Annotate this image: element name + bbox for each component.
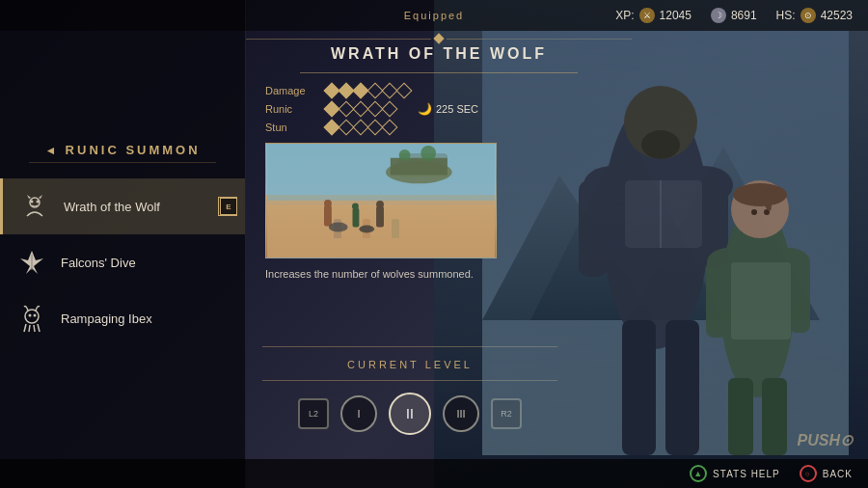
stats-help-label: STATS HELP xyxy=(713,469,780,479)
wolf-item-name: Wrath of the Wolf xyxy=(64,200,160,214)
falcon-item-name: Falcons' Dive xyxy=(61,256,136,270)
damage-stat-row: Damage xyxy=(265,85,612,96)
svg-point-6 xyxy=(641,130,680,159)
ability-title: WRATH OF THE WOLF xyxy=(265,45,612,63)
runic-label: Runic xyxy=(265,103,318,115)
xp-label: XP: xyxy=(615,9,634,22)
stun-label: Stun xyxy=(265,122,318,133)
stun-diamond-5 xyxy=(382,120,398,136)
silver-value: 8691 xyxy=(731,9,757,22)
hs-stat: HS: ⊙ 42523 xyxy=(776,8,853,23)
back-label: BACK xyxy=(823,469,853,479)
svg-point-49 xyxy=(376,201,384,208)
svg-rect-20 xyxy=(706,260,727,338)
svg-point-30 xyxy=(37,201,40,203)
stats-help-action[interactable]: ▲ STATS HELP xyxy=(690,465,780,482)
main-content: WRATH OF THE WOLF Damage Runic xyxy=(246,31,632,488)
ability-preview-image xyxy=(265,143,497,258)
cooldown-value: 225 SEC xyxy=(436,103,478,115)
bottom-bar: ▲ STATS HELP ○ BACK xyxy=(0,459,868,488)
svg-line-33 xyxy=(29,325,30,332)
hs-label: HS: xyxy=(776,9,796,22)
svg-rect-22 xyxy=(728,378,753,455)
svg-point-29 xyxy=(31,201,34,203)
stun-stat-row: Stun xyxy=(265,122,612,133)
svg-line-32 xyxy=(24,324,26,332)
svg-rect-46 xyxy=(353,208,360,228)
damage-diamond-6 xyxy=(396,83,413,99)
svg-line-35 xyxy=(38,324,40,332)
svg-rect-13 xyxy=(625,180,702,248)
hs-icon: ⊙ xyxy=(800,8,816,23)
equipped-badge: E xyxy=(220,198,237,215)
svg-point-17 xyxy=(733,183,787,206)
sidebar-item-falcon[interactable]: Falcons' Dive xyxy=(0,234,245,290)
stats-section: Damage Runic 🌙 225 SEC xyxy=(265,85,612,133)
wolf-icon xyxy=(17,189,52,224)
svg-rect-38 xyxy=(267,144,495,205)
circle-button: ○ xyxy=(800,465,817,482)
sidebar-items: Wrath of the Wolf E Falcons' Dive xyxy=(0,178,245,346)
hs-value: 42523 xyxy=(821,9,853,22)
svg-point-42 xyxy=(399,149,411,161)
xp-stat: XP: ⚔ 12045 xyxy=(615,8,692,23)
sidebar-arrow: ◄ xyxy=(44,144,65,157)
ability-description: Increases the number of wolves summoned. xyxy=(265,266,612,283)
sidebar-item-ibex[interactable]: Rampaging Ibex xyxy=(0,290,245,346)
svg-rect-24 xyxy=(731,262,791,339)
svg-rect-21 xyxy=(789,260,810,333)
xp-value: 12045 xyxy=(660,9,692,22)
svg-point-51 xyxy=(359,226,374,233)
title-divider xyxy=(300,72,578,73)
svg-point-45 xyxy=(324,200,332,207)
back-action[interactable]: ○ BACK xyxy=(800,465,853,482)
push-logo: PUSH⊙ xyxy=(798,431,853,449)
sidebar-divider xyxy=(29,162,216,163)
svg-point-50 xyxy=(329,223,348,232)
ibex-item-name: Rampaging Ibex xyxy=(61,312,152,326)
svg-point-43 xyxy=(420,146,436,161)
runic-stat-row: Runic 🌙 225 SEC xyxy=(265,102,612,116)
svg-rect-23 xyxy=(762,378,787,455)
silver-icon: ☽ xyxy=(711,8,726,23)
svg-point-37 xyxy=(34,314,37,317)
damage-label: Damage xyxy=(265,85,318,96)
equipped-label: Equipped xyxy=(404,10,465,21)
silver-stat: ☽ 8691 xyxy=(711,8,757,23)
sidebar-title: ◄ RUNIC SUMMON xyxy=(0,143,245,157)
cooldown-label: 🌙 225 SEC xyxy=(418,102,478,116)
falcon-icon xyxy=(14,245,49,280)
svg-point-25 xyxy=(751,209,757,215)
preview-svg xyxy=(266,144,496,258)
svg-rect-44 xyxy=(324,205,332,227)
ibex-icon xyxy=(14,301,49,336)
stun-diamonds xyxy=(326,122,395,133)
xp-icon: ⚔ xyxy=(639,8,655,23)
top-bar: Equipped XP: ⚔ 12045 ☽ 8691 HS: ⊙ 42523 xyxy=(0,0,868,31)
runic-diamond-5 xyxy=(382,101,398,118)
triangle-button: ▲ xyxy=(690,465,707,482)
svg-point-47 xyxy=(352,203,359,209)
sidebar: ◄ RUNIC SUMMON Wrath of the Wolf E xyxy=(0,0,246,488)
svg-rect-12 xyxy=(665,320,699,455)
svg-point-31 xyxy=(25,310,39,323)
svg-rect-41 xyxy=(391,158,448,176)
sidebar-item-wolf[interactable]: Wrath of the Wolf E xyxy=(0,178,245,234)
svg-line-34 xyxy=(34,325,35,332)
cooldown-icon: 🌙 xyxy=(418,102,432,116)
runic-diamonds xyxy=(326,103,395,115)
svg-rect-48 xyxy=(376,206,384,228)
svg-point-36 xyxy=(29,314,32,317)
damage-diamonds xyxy=(326,85,410,96)
